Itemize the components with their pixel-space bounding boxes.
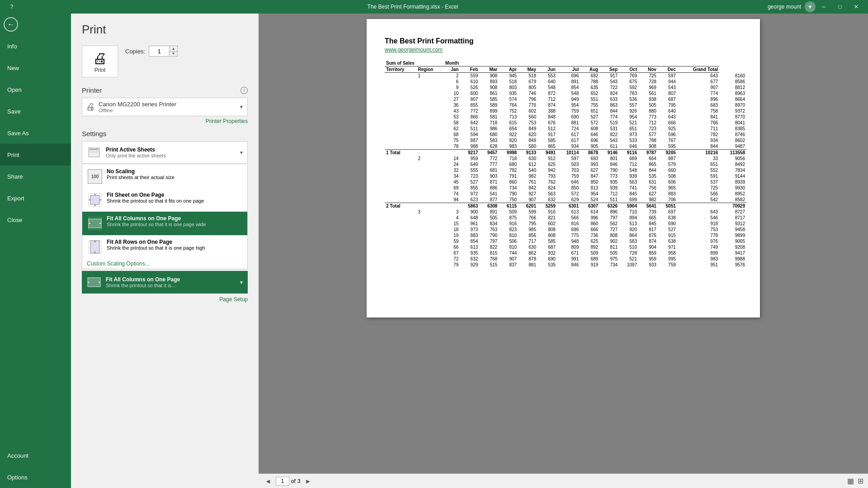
maximize-button[interactable]: □ (832, 0, 848, 14)
no-scaling-icon: 100 (87, 168, 103, 185)
table-row: 6859468092262091761764682297357759678287… (385, 132, 746, 137)
preview-nav: ◄ of 3 ► ▦ ⊞ (259, 474, 868, 488)
table-row: 1255990894551855369669291776972559764381… (385, 73, 746, 79)
table-subtotal-row: 2 Total586363086115620152596301630763265… (385, 203, 746, 209)
copies-down[interactable]: ▼ (170, 52, 177, 57)
printer-properties-link[interactable]: Printer Properties (82, 118, 248, 124)
printer-device-icon: 🖨 (86, 102, 95, 112)
copies-label: Copies: (125, 48, 145, 55)
sidebar-item-info[interactable]: Info (0, 35, 71, 57)
col-territory: Territory (385, 66, 416, 73)
active-scaling-display[interactable]: Fit All Columns on One Page Shrink the p… (82, 271, 248, 294)
sidebar-item-account[interactable]: Account (0, 445, 71, 466)
table-row: 6661382281063068780989281151090497174992… (385, 244, 746, 250)
user-name: george mount (768, 4, 801, 10)
printer-section-label: Printer (82, 86, 102, 94)
fit-rows-icon (87, 239, 103, 255)
printer-status: Offline (99, 108, 239, 113)
fit-sheet-name: Fit Sheet on One Page (107, 192, 204, 198)
page-number-input[interactable] (276, 477, 289, 486)
table-row: 1596183491679560281686056251384569091893… (385, 221, 746, 227)
table-row: 2780758557479671294955163353693868789686… (385, 96, 746, 102)
help-button[interactable]: ? (4, 0, 20, 14)
print-what-selector[interactable]: Print Active Sheets Only print the activ… (82, 141, 248, 164)
page-view-icon[interactable]: ▦ (846, 476, 855, 486)
user-avatar[interactable]: ▼ (805, 1, 816, 12)
sidebar-item-export[interactable]: Export (0, 187, 71, 209)
option-fit-columns[interactable]: Fit All Columns on One Page Shrink the p… (82, 212, 247, 235)
table-row: 9526908803805548854635722592969543907881… (385, 85, 746, 90)
fit-columns-desc: Shrink the printout so that it is one pa… (107, 222, 206, 227)
back-button[interactable]: ← (0, 14, 22, 35)
col-grandtotal: Grand Total (677, 66, 719, 73)
print-what-desc: Only print the active sheets (106, 153, 239, 158)
custom-scaling-link[interactable]: Custom Scaling Options... (82, 259, 247, 269)
zoom-icon[interactable]: ⊞ (857, 476, 864, 486)
table-row: 2464977768061262550399384671286557965184… (385, 161, 746, 167)
sidebar-item-share[interactable]: Share (0, 166, 71, 187)
option-fit-rows[interactable]: Fit All Rows on One Page Shrink the prin… (82, 235, 247, 259)
sidebar-item-new[interactable]: New (0, 57, 71, 79)
active-scaling-desc: Shrink the printout so that it is... (106, 283, 239, 288)
no-scaling-desc: Print sheets at their actual size (107, 175, 175, 180)
table-row: 3685558976477687495475586355750579568389… (385, 102, 746, 108)
prev-page-button[interactable]: ◄ (262, 477, 274, 486)
fit-sheet-desc: Shrink the printout so that it fits on o… (107, 198, 204, 204)
svg-rect-5 (90, 195, 99, 204)
table-row: 5386658171356084869052777495477364384187… (385, 114, 746, 120)
table-row: 9462387775090763262952451169998270654285… (385, 197, 746, 203)
printer-selector[interactable]: 🖨 Canon MG2200 series Printer Offline ▼ (82, 98, 248, 116)
col-mar: Mar (479, 66, 499, 73)
preview-page: The Best Print Formatting www.georgejmou… (367, 19, 760, 317)
table-row: 1988379081085680877573680886487691577898… (385, 232, 746, 238)
sidebar-item-saveas[interactable]: Save As (0, 122, 71, 144)
option-fit-sheet[interactable]: Fit Sheet on One Page Shrink the printou… (82, 188, 247, 212)
option-no-scaling[interactable]: 100 No Scaling Print sheets at their act… (82, 165, 247, 188)
copies-up[interactable]: ▲ (170, 46, 177, 52)
table-header-month: Month (444, 60, 719, 66)
table-row: 1897376382398580869666672792081752775394… (385, 227, 746, 232)
title-bar: ? The Best Print Formatting.xlsx - Excel… (0, 0, 868, 14)
col-apr: Apr (499, 66, 518, 73)
table-subtotal-row: 1 Total921794579998913394911011486789146… (385, 150, 746, 156)
sidebar-item-close[interactable]: Close (0, 209, 71, 231)
minimize-button[interactable]: ─ (816, 0, 832, 14)
col-oct: Oct (619, 66, 638, 73)
table-row: 4552787186076176264685093556363160653789… (385, 179, 746, 185)
copies-spinner[interactable]: ▲ ▼ (170, 46, 178, 57)
preview-scroll[interactable]: The Best Print Formatting www.georgejmou… (259, 14, 868, 474)
print-panel: Print 🖨 Print Copies: ▲ ▼ (71, 14, 259, 488)
close-button[interactable]: ✕ (848, 0, 864, 14)
no-scaling-name: No Scaling (107, 168, 175, 175)
col-jul: Jul (557, 66, 580, 73)
table-row: 3255568179254094270362779054884466055278… (385, 167, 746, 173)
next-page-button[interactable]: ► (302, 477, 314, 486)
sidebar-item-options[interactable]: Options (0, 466, 71, 488)
table-row: 5985479750671758594862590258387463897690… (385, 238, 746, 244)
page-setup-link[interactable]: Page Setup (82, 296, 248, 303)
data-table: Sum of Sales Month Territory Region Jan … (385, 60, 746, 268)
svg-rect-15 (90, 241, 99, 253)
settings-section-label: Settings (82, 130, 248, 137)
page-url: www.georgejmount.com (385, 47, 443, 53)
copies-input[interactable] (149, 46, 170, 57)
fit-rows-name: Fit All Rows on One Page (107, 239, 205, 245)
fit-columns-name: Fit All Columns on One Page (107, 215, 206, 222)
col-nov: Nov (638, 66, 658, 73)
page-navigation: ◄ of 3 ► (262, 477, 314, 486)
col-sep: Sep (599, 66, 619, 73)
table-row: 1060086193574687254865282478356180777489… (385, 90, 746, 96)
print-button[interactable]: 🖨 Print (82, 46, 118, 77)
svg-rect-11 (89, 219, 101, 228)
sidebar-item-print[interactable]: Print (0, 144, 71, 166)
printer-info-icon[interactable]: i (241, 87, 248, 94)
sidebar-item-open[interactable]: Open (0, 79, 71, 100)
sidebar-item-save[interactable]: Save (0, 100, 71, 122)
col-feb: Feb (460, 66, 479, 73)
table-row: 6610893518679640891788543675728944677858… (385, 79, 746, 85)
fit-sheet-icon (87, 192, 103, 208)
col-may: May (518, 66, 538, 73)
table-row: 6793581574486293267150950572885995889994… (385, 250, 746, 256)
page-heading: The Best Print Formatting (385, 37, 746, 45)
table-row: 6985588673484282485081393974175696572599… (385, 185, 746, 191)
